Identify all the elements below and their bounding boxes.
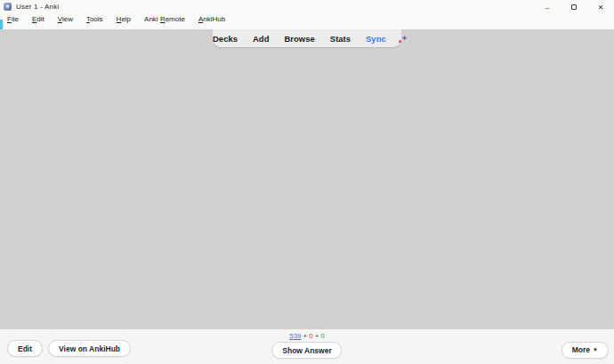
minimize-icon: –: [545, 4, 549, 12]
menu-ankihub[interactable]: AnkiHub: [196, 14, 228, 24]
restore-icon: [571, 4, 577, 10]
tab-sync[interactable]: Sync: [366, 34, 386, 44]
title-bar: ★ User 1 - Anki: [0, 0, 614, 12]
window-controls: – ✕: [534, 0, 614, 14]
review-count: 0: [320, 332, 324, 340]
close-icon: ✕: [598, 4, 604, 12]
learning-count: 0: [309, 332, 312, 340]
show-answer-button[interactable]: Show Answer: [271, 342, 342, 359]
answer-area: 539+0+0 Show Answer: [271, 331, 342, 359]
remaining-counts: 539+0+0: [289, 331, 325, 341]
tab-add[interactable]: Add: [253, 34, 269, 44]
tab-decks[interactable]: Decks: [213, 34, 238, 44]
view-on-ankihub-button[interactable]: View on AnkiHub: [48, 340, 131, 357]
menu-help[interactable]: Help: [114, 14, 133, 24]
caret-down-icon: ▼: [593, 347, 598, 352]
main-toolbar: Decks Add Browse Stats Sync ✦: [213, 29, 401, 47]
restore-button[interactable]: [561, 0, 587, 14]
header: ★ User 1 - Anki – ✕ File Edit View Tools…: [0, 0, 614, 29]
sparkle-icon: ✦: [401, 33, 408, 44]
tab-browse[interactable]: Browse: [284, 34, 314, 44]
new-count: 539: [289, 332, 301, 340]
menu-file[interactable]: File: [4, 14, 21, 24]
minimize-button[interactable]: –: [534, 0, 561, 14]
more-button[interactable]: More ▼: [561, 342, 609, 359]
menu-bar: File Edit View Tools Help Anki Remote An…: [0, 12, 614, 25]
close-button[interactable]: ✕: [587, 0, 614, 14]
anki-app-icon: ★: [4, 3, 12, 11]
bottom-right-group: More ▼: [561, 340, 609, 359]
edit-button[interactable]: Edit: [7, 340, 43, 357]
bottom-left-group: Edit View on AnkiHub: [7, 340, 131, 357]
tab-stats[interactable]: Stats: [330, 34, 351, 44]
card-area: [0, 29, 614, 329]
window-title: User 1 - Anki: [16, 3, 59, 11]
menu-edit[interactable]: Edit: [29, 14, 47, 24]
star-icon: ★: [5, 4, 10, 9]
anki-window: ★ User 1 - Anki – ✕ File Edit View Tools…: [0, 0, 614, 364]
sparkle-dot-icon: [399, 40, 401, 43]
menu-tools[interactable]: Tools: [84, 14, 106, 24]
bottom-bar: Edit View on AnkiHub 539+0+0 Show Answer…: [0, 329, 614, 364]
menu-anki-remote[interactable]: Anki Remote: [141, 14, 188, 24]
menu-view[interactable]: View: [55, 14, 76, 24]
